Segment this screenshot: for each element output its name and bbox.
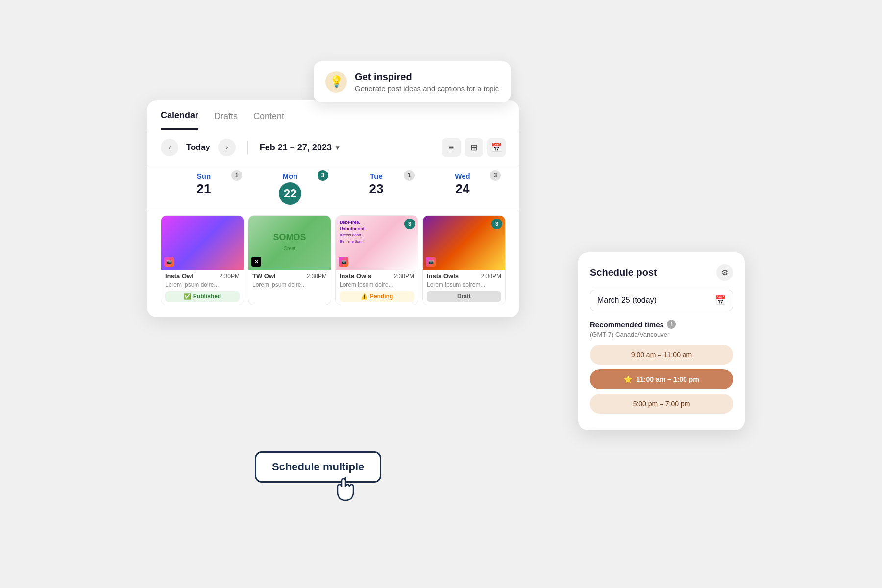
schedule-title: Schedule post — [590, 267, 657, 278]
day-header-tue: Tue 1 23 — [333, 165, 419, 209]
post-time-2: 2:30PM — [394, 273, 414, 280]
grid-view-button[interactable]: ⊞ — [465, 138, 483, 157]
day-header-wed: Wed 3 24 — [419, 165, 506, 209]
chevron-down-icon: ▾ — [336, 144, 339, 151]
tab-calendar[interactable]: Calendar — [161, 110, 198, 130]
post-card-1[interactable]: SOMOSCreat ✕ TW Owl 2:30PM Lorem ipsum d… — [248, 215, 331, 305]
post-card-0[interactable]: 📷 Insta Owl 2:30PM Lorem ipsum dolre... … — [161, 215, 244, 305]
post-name-1: TW Owl — [252, 272, 276, 280]
calendar-view-button[interactable]: 📅 — [487, 138, 506, 157]
tooltip-text: Get inspired Generate post ideas and cap… — [355, 72, 499, 93]
calendar-card: Calendar Drafts Content ‹ Today › Feb 21… — [147, 100, 519, 317]
post-info-3: Insta Owls 2:30PM Lorem ipsum dolrem... … — [423, 270, 505, 305]
post-name-time-2: Insta Owls 2:30PM — [340, 272, 414, 280]
instagram-icon-2: 📷 — [339, 257, 348, 267]
tab-bar: Calendar Drafts Content — [147, 100, 519, 130]
post-time-3: 2:30PM — [481, 273, 501, 280]
post-desc-1: Lorem ipsum dolre... — [252, 281, 327, 288]
warning-icon-2: ⚠️ — [361, 293, 368, 300]
post-image-wrap-1: SOMOSCreat ✕ — [248, 216, 331, 270]
post-time-0: 2:30PM — [220, 273, 240, 280]
nav-divider — [247, 141, 248, 154]
status-label-0: Published — [193, 293, 221, 300]
post-desc-2: Lorem ipsum dolre... — [340, 281, 414, 288]
day-number-wed: 24 — [419, 181, 506, 196]
lightbulb-icon: 💡 — [325, 71, 347, 93]
calendar-navigation: ‹ Today › Feb 21 – 27, 2023 ▾ ≡ ⊞ 📅 — [147, 130, 519, 165]
post-image-wrap-2: Debt-free.Unbothered.It feels good.Be—me… — [336, 216, 418, 270]
get-inspired-tooltip[interactable]: 💡 Get inspired Generate post ideas and c… — [314, 61, 511, 102]
post-image-wrap-0: 📷 — [161, 216, 244, 270]
list-view-button[interactable]: ≡ — [442, 138, 461, 157]
posts-grid: 📷 Insta Owl 2:30PM Lorem ipsum dolre... … — [147, 209, 519, 305]
hand-cursor-icon — [333, 476, 358, 507]
time-slot-1[interactable]: ⭐ 11:00 am – 1:00 pm — [590, 369, 733, 389]
post-desc-3: Lorem ipsum dolrem... — [427, 281, 501, 288]
post-name-time-0: Insta Owl 2:30PM — [165, 272, 240, 280]
star-icon: ⭐ — [624, 375, 632, 383]
post-image-1: SOMOSCreat ✕ — [248, 216, 331, 270]
info-icon[interactable]: i — [667, 320, 676, 329]
day-number-tue: 23 — [333, 181, 419, 196]
twitter-icon-1: ✕ — [251, 257, 261, 267]
date-input-text: March 25 (today) — [597, 296, 657, 305]
timezone-label: (GMT-7) Canada/Vancouver — [590, 331, 733, 338]
post-image-wrap-3: 📷 3 — [423, 216, 505, 270]
post-name-time-3: Insta Owls 2:30PM — [427, 272, 501, 280]
post-info-0: Insta Owl 2:30PM Lorem ipsum dolre... ✅ … — [161, 270, 244, 305]
tooltip-title: Get inspired — [355, 72, 499, 83]
post-desc-0: Lorem ipsum dolre... — [165, 281, 240, 288]
post-info-2: Insta Owls 2:30PM Lorem ipsum dolre... ⚠… — [336, 270, 418, 305]
day-badge-sun: 1 — [231, 170, 242, 181]
post-name-2: Insta Owls — [340, 272, 371, 280]
tab-drafts[interactable]: Drafts — [214, 111, 238, 129]
tooltip-subtitle: Generate post ideas and captions for a t… — [355, 84, 499, 93]
day-badge-tue: 1 — [404, 170, 415, 181]
post-badge-2: 3 — [404, 219, 415, 229]
day-headers: Sun 1 21 Mon 3 22 Tue 1 23 Wed 3 — [147, 165, 519, 209]
date-range-text: Feb 21 – 27, 2023 — [260, 143, 332, 153]
post-image-0: 📷 — [161, 216, 244, 270]
next-button[interactable]: › — [218, 139, 236, 156]
post-card-2[interactable]: Debt-free.Unbothered.It feels good.Be—me… — [335, 215, 418, 305]
check-icon-0: ✅ — [184, 293, 191, 300]
post-name-0: Insta Owl — [165, 272, 194, 280]
day-number-mon: 22 — [279, 182, 301, 205]
debt-text: Debt-free.Unbothered.It feels good.Be—me… — [340, 220, 366, 244]
day-header-sun: Sun 1 21 — [161, 165, 247, 209]
day-badge-wed: 3 — [490, 170, 501, 181]
view-button-group: ≡ ⊞ 📅 — [442, 138, 506, 157]
post-status-0: ✅ Published — [165, 291, 240, 302]
calendar-icon: 📅 — [715, 295, 726, 306]
day-badge-mon: 3 — [318, 170, 328, 181]
post-name-time-1: TW Owl 2:30PM — [252, 272, 327, 280]
date-input[interactable]: March 25 (today) 📅 — [590, 290, 733, 311]
day-header-mon: Mon 3 22 — [247, 165, 333, 209]
schedule-post-card: Schedule post ⚙ March 25 (today) 📅 Recom… — [578, 252, 745, 430]
post-badge-3: 3 — [491, 219, 502, 229]
today-label: Today — [186, 143, 210, 152]
recommended-text: Recommended times — [590, 320, 664, 329]
schedule-multiple-button[interactable]: Schedule multiple — [255, 451, 381, 483]
gear-button[interactable]: ⚙ — [716, 264, 733, 281]
tab-content[interactable]: Content — [253, 111, 284, 129]
post-time-1: 2:30PM — [307, 273, 327, 280]
prev-button[interactable]: ‹ — [161, 139, 178, 156]
time-slot-2[interactable]: 5:00 pm – 7:00 pm — [590, 394, 733, 414]
date-range-display[interactable]: Feb 21 – 27, 2023 ▾ — [260, 143, 339, 153]
instagram-icon-3: 📷 — [426, 257, 436, 267]
time-slot-0[interactable]: 9:00 am – 11:00 am — [590, 345, 733, 365]
post-status-3: Draft — [427, 291, 501, 302]
time-slot-1-label: 11:00 am – 1:00 pm — [636, 375, 699, 383]
instagram-icon-0: 📷 — [164, 257, 174, 267]
recommended-label: Recommended times i — [590, 320, 733, 329]
status-label-2: Pending — [370, 293, 393, 300]
post-info-1: TW Owl 2:30PM Lorem ipsum dolre... — [248, 270, 331, 291]
post-card-3[interactable]: 📷 3 Insta Owls 2:30PM Lorem ipsum dolrem… — [422, 215, 506, 305]
schedule-header: Schedule post ⚙ — [590, 264, 733, 281]
status-label-3: Draft — [457, 293, 471, 300]
post-status-2: ⚠️ Pending — [340, 291, 414, 302]
day-number-sun: 21 — [161, 181, 247, 196]
post-name-3: Insta Owls — [427, 272, 459, 280]
